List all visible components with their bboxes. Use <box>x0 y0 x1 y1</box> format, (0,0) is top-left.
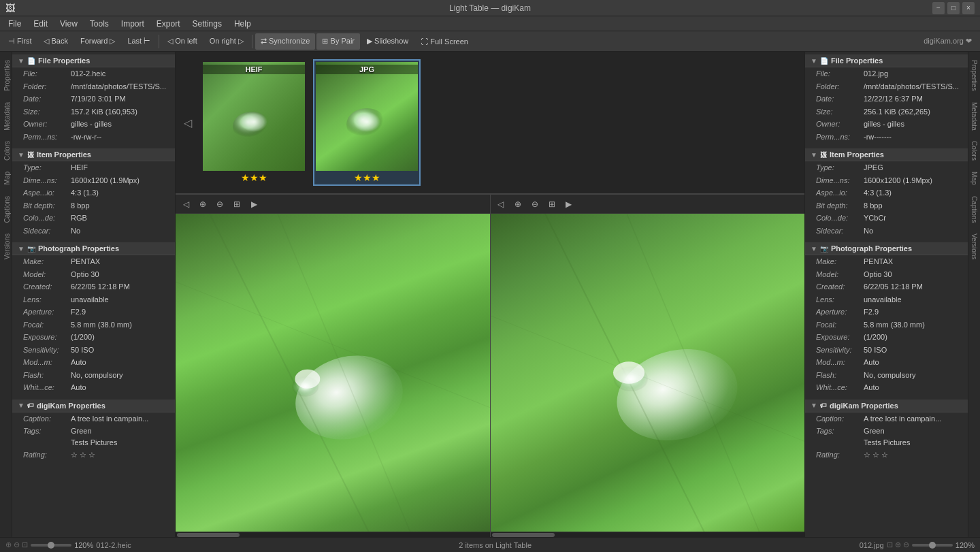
back-button[interactable]: ◁ Back <box>38 33 74 50</box>
menu-bar: File Edit View Tools Import Export Setti… <box>0 16 980 31</box>
right-zoom-level: 120% <box>956 541 975 549</box>
left-vtab-captions[interactable]: Captions <box>0 191 12 228</box>
left-img-prev[interactable]: ◁ <box>178 197 193 212</box>
thumb-left-label: HEIF <box>203 65 305 74</box>
menu-help[interactable]: Help <box>229 18 257 30</box>
right-zoom-slider[interactable] <box>912 544 953 547</box>
right-img-zoom-in[interactable]: ⊕ <box>510 197 525 212</box>
left-dk-row-2: Rating: ☆ ☆ ☆ <box>12 449 175 461</box>
left-photo-row-7: Sensitivity:50 ISO <box>12 344 175 357</box>
on-left-button[interactable]: ◁ On left <box>162 33 202 50</box>
left-vtab-versions[interactable]: Versions <box>0 228 12 265</box>
left-photo-props-title: Photograph Properties <box>38 244 119 253</box>
right-file-row-2: Date:12/22/12 6:37 PM <box>805 93 968 105</box>
right-photo-row-5: Focal:5.8 mm (38.0 mm) <box>805 319 968 331</box>
left-file-row-3: Size: 157.2 KiB (160,953) <box>12 105 175 118</box>
menu-import[interactable]: Import <box>116 18 150 30</box>
left-img-fit[interactable]: ⊞ <box>229 197 244 212</box>
synchronize-button[interactable]: ⇄ Synchronize <box>255 33 316 50</box>
first-button[interactable]: ⊣ First <box>3 33 37 50</box>
by-pair-button[interactable]: ⊞ By Pair <box>316 33 360 50</box>
right-image-display[interactable] <box>491 214 805 532</box>
menu-tools[interactable]: Tools <box>84 18 114 30</box>
left-file-row-1: Folder: /mnt/data/photos/TESTS/S... <box>12 80 175 93</box>
left-item-row-2: Aspe...io: 4:3 (1.3) <box>12 186 175 199</box>
right-h-scroll-thumb <box>492 533 555 537</box>
left-image-panel: ◁ ⊕ ⊖ ⊞ ▶ <box>176 195 491 537</box>
left-zoom-slider[interactable] <box>31 544 71 547</box>
thumb-scroll-left[interactable]: ◁ <box>181 116 195 129</box>
left-item-properties-header[interactable]: ▼ 🖼 Item Properties <box>12 148 175 161</box>
right-img-play[interactable]: ▶ <box>561 197 576 212</box>
left-photo-row-10: Whit...ce:Auto <box>12 381 175 394</box>
left-item-value-2: 4:3 (1.3) <box>71 187 169 199</box>
right-photo-row-6: Exposure:(1/200) <box>805 331 968 344</box>
forward-button[interactable]: Forward ▷ <box>75 33 120 50</box>
maximize-button[interactable]: □ <box>947 2 960 14</box>
right-vtab-properties[interactable]: Properties <box>969 54 979 97</box>
left-photo-properties-header[interactable]: ▼ 📷 Photograph Properties <box>12 242 175 255</box>
close-button[interactable]: × <box>962 2 975 14</box>
minimize-button[interactable]: − <box>932 2 945 14</box>
image-view: ◁ ⊕ ⊖ ⊞ ▶ <box>176 195 804 537</box>
fullscreen-button[interactable]: ⛶ Full Screen <box>415 33 474 50</box>
left-file-value-2: 7/19/20 3:01 PM <box>71 93 169 105</box>
right-vtab-captions[interactable]: Captions <box>969 191 979 228</box>
right-item-properties-header[interactable]: ▼ 🖼 Item Properties <box>805 148 968 161</box>
left-file-label-1: Folder: <box>23 81 71 93</box>
left-img-zoom-in[interactable]: ⊕ <box>195 197 210 212</box>
left-item-value-3: 8 bpp <box>71 200 169 212</box>
right-dk-row-2: Rating: ☆ ☆ ☆ <box>805 449 968 461</box>
left-item-row-0: Type: HEIF <box>12 161 175 174</box>
right-photo-row-8: Mod...m:Auto <box>805 356 968 369</box>
right-photo-row-10: Whit...ce:Auto <box>805 381 968 394</box>
svg-point-0 <box>233 112 271 142</box>
thumb-left[interactable]: HEIF ★★★ <box>200 59 308 186</box>
right-img-fit[interactable]: ⊞ <box>544 197 559 212</box>
left-item-value-5: No <box>71 225 169 237</box>
left-photo-row-3: Lens:unavailable <box>12 293 175 306</box>
thumb-right-label: JPG <box>316 65 418 74</box>
left-image-display[interactable] <box>176 214 490 532</box>
right-file-properties-header[interactable]: ▼ 📄 File Properties <box>805 54 968 67</box>
left-photo-svg <box>176 214 490 532</box>
status-items-count: 2 items on Light Table <box>459 541 532 549</box>
left-photo-row-5: Focal:5.8 mm (38.0 mm) <box>12 319 175 331</box>
menu-view[interactable]: View <box>54 18 83 30</box>
left-file-props-title: File Properties <box>38 56 90 65</box>
right-vtab-metadata[interactable]: Metadata <box>969 97 979 136</box>
right-photo-properties-header[interactable]: ▼ 📷 Photograph Properties <box>805 242 968 255</box>
left-h-scrollbar[interactable] <box>176 532 490 537</box>
left-file-properties-header[interactable]: ▼ 📄 File Properties <box>12 54 175 67</box>
right-vtab-colors[interactable]: Colors <box>969 135 979 166</box>
menu-edit[interactable]: Edit <box>28 18 53 30</box>
right-file-row-3: Size:256.1 KiB (262,265) <box>805 105 968 118</box>
left-vtab-map[interactable]: Map <box>0 166 12 190</box>
right-vtab-map[interactable]: Map <box>969 166 979 190</box>
menu-export[interactable]: Export <box>151 18 186 30</box>
left-digikam-properties-header[interactable]: ▼ 🏷 digiKam Properties <box>12 400 175 412</box>
right-digikam-properties-header[interactable]: ▼ 🏷 digiKam Properties <box>805 400 968 412</box>
left-digikam-props-title: digiKam Properties <box>37 402 105 410</box>
slideshow-button[interactable]: ▶ Slideshow <box>361 33 414 50</box>
left-img-play[interactable]: ▶ <box>246 197 261 212</box>
right-img-zoom-out[interactable]: ⊖ <box>527 197 542 212</box>
thumb-right[interactable]: JPG ★★★ <box>313 59 421 186</box>
left-vtab-properties[interactable]: Properties <box>0 54 12 97</box>
left-vtab-colors[interactable]: Colors <box>0 135 12 166</box>
left-file-label-4: Owner: <box>23 118 71 130</box>
right-vtab-versions[interactable]: Versions <box>969 228 979 265</box>
left-img-zoom-out[interactable]: ⊖ <box>212 197 227 212</box>
right-img-prev[interactable]: ◁ <box>493 197 508 212</box>
last-button[interactable]: Last ⊢ <box>122 33 156 50</box>
right-sidebar-area: ▼ 📄 File Properties File:012.jpg Folder:… <box>804 52 980 537</box>
menu-file[interactable]: File <box>3 18 27 30</box>
thumb-left-svg <box>203 62 305 171</box>
menu-settings[interactable]: Settings <box>187 18 227 30</box>
left-vtab-metadata[interactable]: Metadata <box>0 97 12 136</box>
right-file-props-title: File Properties <box>831 56 883 65</box>
on-right-button[interactable]: On right ▷ <box>204 33 249 50</box>
left-item-value-0: HEIF <box>71 162 169 174</box>
right-h-scrollbar[interactable] <box>491 532 805 537</box>
left-rating: ☆ ☆ ☆ <box>71 449 169 461</box>
